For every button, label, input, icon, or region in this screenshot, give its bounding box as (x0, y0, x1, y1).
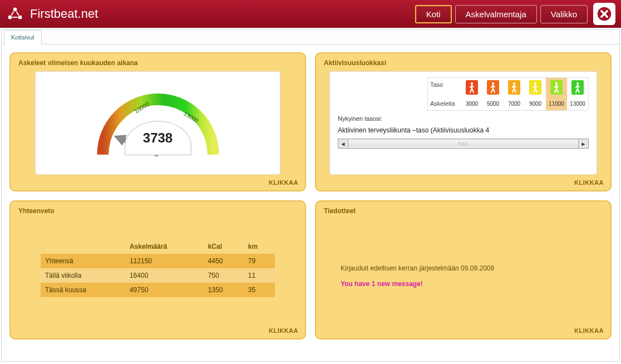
activity-level-icon (482, 78, 504, 97)
top-bar: Firstbeat.net Koti Askelvalmentaja Valik… (0, 0, 621, 28)
activity-row-level-label: Taso (428, 78, 461, 97)
tab-row: Kotisivut (2, 29, 619, 45)
table-row: Tässä kuussa49750135035 (41, 283, 275, 297)
panel-summary-action[interactable]: KLIKKAA (269, 327, 298, 334)
activity-level-steps: 7000 (504, 97, 525, 110)
activity-level-steps: 11000 (546, 97, 567, 110)
summary-cell: 79 (244, 254, 275, 268)
panel-summary-title: Yhteenveto (18, 207, 297, 215)
last-login-text: Kirjauduit edellisen kerran järjestelmää… (341, 264, 494, 272)
panel-steps-action[interactable]: KLIKKAA (269, 179, 298, 186)
activity-level-icon (525, 78, 546, 97)
activity-level-icon (567, 78, 588, 97)
panel-summary: Yhteenveto AskelmääräkCalkm Yhteensä1121… (9, 200, 306, 340)
logo-icon (6, 4, 24, 24)
panel-steps: Askeleet viimeisen kuukauden aikana (9, 52, 306, 191)
nav-home-button[interactable]: Koti (415, 5, 452, 23)
walker-icon (550, 80, 563, 95)
content-area: Askeleet viimeisen kuukauden aikana (2, 45, 619, 361)
activity-current-label: Nykyinen tasosi: (338, 115, 589, 122)
nav-coach-button[interactable]: Askelvalmentaja (455, 5, 537, 23)
summary-col-header: km (244, 239, 275, 254)
activity-level-steps: 5000 (482, 97, 504, 110)
walker-icon (487, 80, 499, 95)
table-row: Yhteensä112150445079 (41, 254, 275, 268)
summary-cell: 750 (204, 268, 244, 283)
brand-title: Firstbeat.net (30, 7, 415, 21)
summary-cell: 35 (244, 283, 275, 297)
summary-col-header (41, 239, 125, 254)
activity-current-value: Aktiivinen terveysliikunta –taso (Aktiiv… (338, 126, 589, 134)
new-message-link[interactable]: You have 1 new message! (341, 280, 423, 288)
tab-home[interactable]: Kotisivut (4, 30, 42, 45)
summary-cell: Tässä kuussa (41, 283, 125, 297)
activity-row-steps-label: Askeleita (428, 97, 461, 110)
activity-level-steps: 9000 (525, 97, 546, 110)
panel-activity: Aktiivisuusluokkasi Taso Askeleita 30005… (315, 52, 612, 191)
close-icon (597, 6, 612, 22)
walker-icon (508, 80, 520, 95)
summary-col-header: Askelmäärä (125, 239, 204, 254)
nav-buttons: Koti Askelvalmentaja Valikko (415, 5, 588, 23)
panel-steps-title: Askeleet viimeisen kuukauden aikana (18, 59, 297, 67)
activity-level-icon (461, 78, 482, 97)
table-row: Tällä viikolla1640075011 (41, 268, 275, 283)
walker-icon (529, 80, 541, 95)
activity-box: Taso Askeleita 3000500070009000110001300… (329, 71, 597, 175)
summary-cell: 112150 (125, 254, 204, 268)
panel-announcements: Tiedotteet Kirjauduit edellisen kerran j… (315, 200, 612, 340)
main-frame: Kotisivut Askeleet viimeisen kuukauden a… (1, 29, 620, 362)
panel-announcements-title: Tiedotteet (324, 207, 603, 215)
activity-grid: Taso Askeleita 3000500070009000110001300… (427, 77, 589, 111)
summary-cell: Yhteensä (41, 254, 125, 268)
scroll-track[interactable]: IIII (348, 141, 578, 146)
summary-col-header: kCal (204, 239, 244, 254)
activity-level-icon (504, 78, 525, 97)
scroll-right-icon[interactable]: ► (578, 139, 588, 148)
walker-icon (571, 80, 584, 95)
panel-activity-title: Aktiivisuusluokkasi (324, 59, 603, 67)
gauge-box: 10000 13000 3738 (35, 71, 280, 175)
activity-level-steps: 3000 (461, 97, 482, 110)
summary-cell: 1350 (204, 283, 244, 297)
close-button[interactable] (593, 3, 615, 25)
summary-cell: 11 (244, 268, 275, 283)
summary-cell: Tällä viikolla (41, 268, 125, 283)
panel-announcements-action[interactable]: KLIKKAA (574, 327, 604, 334)
scroll-left-icon[interactable]: ◄ (338, 139, 348, 148)
activity-level-icon (546, 78, 567, 97)
summary-cell: 49750 (125, 283, 204, 297)
horizontal-scrollbar[interactable]: ◄ IIII ► (338, 139, 589, 149)
activity-level-steps: 13000 (567, 97, 588, 110)
nav-menu-button[interactable]: Valikko (540, 5, 588, 23)
summary-cell: 4450 (204, 254, 244, 268)
panel-activity-action[interactable]: KLIKKAA (574, 179, 604, 186)
walker-icon (466, 80, 478, 95)
summary-table: AskelmääräkCalkm Yhteensä112150445079Täl… (41, 239, 275, 297)
summary-cell: 16400 (125, 268, 204, 283)
